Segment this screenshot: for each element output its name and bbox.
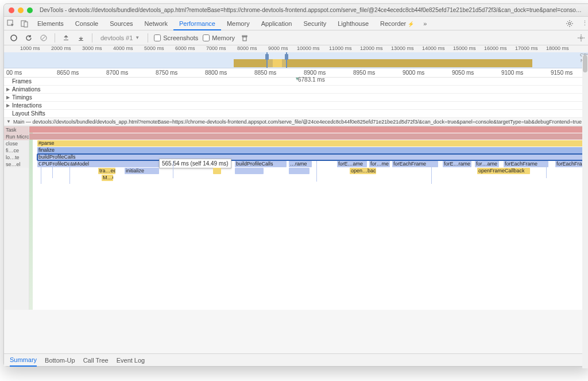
svg-point-19 — [580, 37, 582, 39]
svg-line-14 — [42, 36, 45, 40]
bar-parse[interactable]: #parse — [37, 140, 588, 147]
svg-rect-15 — [64, 40, 68, 40]
track-frames[interactable]: Frames 6783.1 ms ▾ — [4, 78, 588, 86]
svg-point-12 — [11, 35, 17, 41]
overview-tick: 18000 ms — [546, 45, 569, 51]
svg-line-11 — [571, 21, 572, 22]
garbage-collect-icon[interactable] — [239, 33, 250, 43]
ruler-tick: 8700 ms — [106, 70, 128, 76]
flame-chart[interactable]: Task Run Microtasks close fi…ce lo…te se… — [4, 126, 588, 310]
overview-tick: 11000 ms — [329, 45, 352, 51]
tab-lighthouse[interactable]: Lighthouse — [332, 17, 374, 30]
window-close-button[interactable] — [9, 7, 14, 13]
ruler-tick: 8850 ms — [254, 70, 276, 76]
window-titlebar: DevTools - devtools://devtools/bundled/d… — [4, 4, 588, 17]
bar-run-microtasks[interactable] — [29, 133, 588, 140]
overview-tick: 8000 ms — [237, 45, 257, 51]
overview-tick: 4000 ms — [113, 45, 133, 51]
details-tabbar: Summary Bottom-Up Call Tree Event Log — [4, 353, 588, 366]
screenshots-checkbox[interactable]: Screenshots — [154, 34, 198, 41]
overview-tick: 2000 ms — [51, 45, 71, 51]
overview-tick: 9000 ms — [268, 45, 288, 51]
svg-rect-17 — [243, 37, 246, 41]
tab-performance[interactable]: Performance — [173, 17, 221, 30]
frames-timestamp: 6783.1 ms — [298, 76, 325, 83]
load-profile-icon[interactable] — [61, 33, 71, 43]
overview-tick: 1000 ms — [20, 45, 40, 51]
ruler-tick: 8750 ms — [156, 70, 177, 76]
details-tab-eventlog[interactable]: Event Log — [117, 357, 145, 364]
device-toolbar-icon[interactable] — [18, 17, 32, 30]
capture-settings-gear-icon[interactable] — [576, 33, 586, 43]
svg-rect-2 — [24, 22, 28, 27]
details-tab-calltree[interactable]: Call Tree — [83, 357, 109, 364]
svg-point-3 — [568, 22, 571, 25]
overview-tick: 16000 ms — [484, 45, 507, 51]
vertical-scrollbar[interactable] — [582, 55, 588, 368]
tab-application[interactable]: Application — [256, 17, 298, 30]
ruler-tick: 8650 ms — [57, 70, 79, 76]
inspect-element-icon[interactable] — [4, 17, 18, 30]
reload-record-button[interactable] — [24, 33, 34, 43]
flame-gutter — [29, 126, 33, 310]
overview-ruler[interactable]: 1000 ms 2000 ms 3000 ms 4000 ms 5000 ms … — [4, 45, 588, 52]
ruler-tick: 9000 ms — [403, 70, 424, 76]
tab-sources[interactable]: Sources — [104, 17, 138, 30]
profile-select[interactable]: devtools #1▼ — [98, 34, 142, 41]
track-headers: Frames 6783.1 ms ▾ ▶Animations ▶Timings … — [4, 78, 588, 126]
panel-tabbar: Elements Console Sources Network Perform… — [4, 17, 588, 30]
window-minimize-button[interactable] — [18, 7, 24, 13]
selection-handle-right[interactable] — [285, 54, 288, 60]
ruler-tick: 9150 ms — [551, 70, 572, 76]
svg-rect-18 — [242, 36, 247, 37]
overview-tick: 17000 ms — [515, 45, 538, 51]
scrollbar-thumb[interactable] — [583, 55, 587, 72]
clear-button[interactable] — [38, 33, 49, 43]
memory-checkbox[interactable]: Memory — [203, 34, 235, 41]
performance-toolbar: devtools #1▼ Screenshots Memory — [4, 30, 588, 45]
ruler-tick: 8950 ms — [353, 70, 375, 76]
track-main[interactable]: ▼Main — devtools://devtools/bundled/devt… — [4, 118, 588, 126]
bar-finalize[interactable]: finalize — [37, 147, 588, 153]
tab-recorder[interactable]: Recorder ⚡ — [374, 17, 420, 30]
details-tab-summary[interactable]: Summary — [10, 354, 37, 367]
ruler-tick: 00 ms — [6, 70, 22, 76]
tab-elements[interactable]: Elements — [32, 17, 69, 30]
flame-canvas[interactable]: #parse finalize buildProfileCalls CPUPro… — [29, 126, 588, 310]
track-layout-shifts[interactable]: Layout Shifts — [4, 110, 588, 118]
tab-network[interactable]: Network — [139, 17, 173, 30]
more-tabs-chevron-icon[interactable]: » — [420, 20, 430, 27]
track-interactions[interactable]: ▶Interactions — [4, 102, 588, 110]
bar-buildprofilecalls-selected[interactable]: buildProfileCalls — [37, 154, 588, 160]
selection-handle-left[interactable] — [265, 54, 269, 60]
overview-tick: 15000 ms — [453, 45, 476, 51]
svg-line-10 — [567, 25, 568, 26]
overview-strip[interactable]: CPUNET — [4, 52, 588, 68]
tab-security[interactable]: Security — [297, 17, 332, 30]
window-title: DevTools - devtools://devtools/bundled/d… — [36, 7, 586, 13]
tab-memory[interactable]: Memory — [221, 17, 256, 30]
flame-row-labels: Task Run Microtasks close fi…ce lo…te se… — [4, 126, 29, 310]
tab-console[interactable]: Console — [69, 17, 104, 30]
overview-tick: 14000 ms — [422, 45, 445, 51]
overview-tick: 13000 ms — [391, 45, 414, 51]
kebab-menu-icon[interactable]: ⋮ — [578, 20, 588, 27]
svg-rect-16 — [79, 40, 83, 41]
window-zoom-button[interactable] — [27, 7, 33, 13]
svg-line-8 — [567, 21, 568, 22]
settings-gear-icon[interactable] — [566, 20, 578, 28]
ruler-tick: 9050 ms — [452, 70, 474, 76]
ruler-tick: 9100 ms — [501, 70, 523, 76]
record-button[interactable] — [9, 33, 19, 43]
save-profile-icon[interactable] — [76, 33, 86, 43]
overview-tick: 6000 ms — [175, 45, 195, 51]
bar-task[interactable] — [29, 126, 588, 133]
details-tab-bottomup[interactable]: Bottom-Up — [45, 357, 75, 364]
overview-selection[interactable] — [266, 52, 287, 68]
overview-tick: 7000 ms — [206, 45, 226, 51]
overview-tick: 10000 ms — [297, 45, 320, 51]
svg-line-9 — [571, 25, 572, 26]
track-animations[interactable]: ▶Animations — [4, 86, 588, 94]
track-timings[interactable]: ▶Timings — [4, 94, 588, 102]
overview-tick: 5000 ms — [144, 45, 164, 51]
